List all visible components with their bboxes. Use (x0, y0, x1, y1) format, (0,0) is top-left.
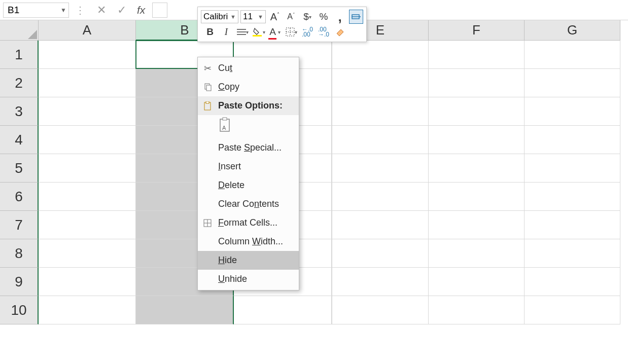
fill-color-button[interactable]: ▾ (252, 25, 266, 39)
comma-icon: , (338, 9, 341, 25)
cell[interactable] (39, 69, 136, 97)
accounting-format-button[interactable]: $▾ (300, 10, 315, 24)
cell[interactable] (332, 154, 429, 183)
check-icon: ✓ (117, 4, 126, 17)
row-header-5[interactable]: 5 (0, 154, 39, 183)
fx-label[interactable]: fx (137, 4, 145, 16)
row-header-7[interactable]: 7 (0, 211, 39, 239)
cell[interactable] (39, 154, 136, 183)
column-header-F[interactable]: F (429, 20, 525, 41)
cell[interactable] (39, 239, 136, 268)
cell[interactable] (525, 154, 620, 183)
align-button[interactable]: ▾ (235, 25, 250, 39)
cell[interactable] (39, 296, 136, 324)
context-hide[interactable]: Hide (198, 251, 299, 270)
context-format-cells[interactable]: Format Cells... (198, 213, 299, 232)
name-box-dropdown-icon[interactable]: ▼ (60, 7, 66, 14)
cell[interactable] (332, 296, 429, 324)
cells-area[interactable] (39, 41, 628, 324)
cell[interactable] (39, 126, 136, 154)
cell[interactable] (39, 97, 136, 126)
cell[interactable] (525, 69, 620, 97)
clear-format-button[interactable] (333, 25, 347, 39)
column-header-G[interactable]: G (525, 20, 620, 41)
formula-input[interactable] (152, 3, 167, 18)
cell[interactable] (429, 154, 525, 183)
cell[interactable] (429, 183, 525, 211)
cell[interactable] (332, 268, 429, 296)
cell[interactable] (525, 126, 620, 154)
cell[interactable] (332, 211, 429, 239)
cell[interactable] (136, 296, 234, 324)
cell[interactable] (525, 97, 620, 126)
cell[interactable] (39, 183, 136, 211)
comma-format-button[interactable]: , (333, 10, 347, 24)
cell[interactable] (525, 211, 620, 239)
context-clear-contents[interactable]: Clear Contents (198, 195, 299, 213)
bold-button[interactable]: B (203, 25, 217, 39)
context-delete[interactable]: Delete (198, 176, 299, 195)
context-column-width[interactable]: Column Width... (198, 232, 299, 251)
context-copy[interactable]: Copy (198, 78, 299, 96)
row-header-4[interactable]: 4 (0, 126, 39, 154)
cancel-icon: ✕ (97, 4, 106, 17)
cell[interactable] (429, 126, 525, 154)
font-name-selector[interactable]: Calibri ▼ (201, 10, 238, 23)
cell[interactable] (39, 268, 136, 296)
cancel-button[interactable]: ✕ (92, 3, 111, 18)
cell[interactable] (332, 239, 429, 268)
increase-font-button[interactable]: A˄ (268, 10, 282, 24)
row-header-10[interactable]: 10 (0, 296, 39, 324)
cell[interactable] (39, 41, 136, 69)
italic-button[interactable]: I (219, 25, 233, 39)
context-paste-button[interactable]: A (198, 115, 299, 138)
context-paste-special[interactable]: Paste Special... (198, 138, 299, 157)
cell[interactable] (429, 239, 525, 268)
row-header-8[interactable]: 8 (0, 239, 39, 268)
cell[interactable] (332, 97, 429, 126)
row-header-3[interactable]: 3 (0, 97, 39, 126)
cell[interactable] (429, 296, 525, 324)
cell[interactable] (525, 268, 620, 296)
cell[interactable] (429, 41, 525, 69)
row-header-1[interactable]: 1 (0, 41, 39, 69)
percent-format-button[interactable]: % (317, 10, 331, 24)
name-box[interactable]: B1 ▼ (3, 3, 69, 18)
borders-button[interactable]: ▾ (284, 25, 298, 39)
cell[interactable] (525, 41, 620, 69)
font-name-value: Calibri (203, 12, 228, 22)
row-header-6[interactable]: 6 (0, 183, 39, 211)
increase-decimal-button[interactable]: ←.0.00 (300, 25, 315, 39)
context-cut[interactable]: ✂ Cut (198, 59, 299, 78)
select-all-corner[interactable] (0, 20, 39, 41)
decrease-decimal-button[interactable]: .00→.0 (317, 25, 331, 39)
borders-icon (286, 27, 295, 37)
cell[interactable] (429, 268, 525, 296)
cell[interactable] (332, 126, 429, 154)
svg-marker-9 (28, 30, 37, 39)
decrease-font-button[interactable]: A˅ (284, 10, 298, 24)
cell[interactable] (234, 296, 332, 324)
cell[interactable] (429, 69, 525, 97)
cell[interactable] (429, 211, 525, 239)
row-header-9[interactable]: 9 (0, 268, 39, 296)
cell[interactable] (525, 296, 620, 324)
svg-rect-15 (223, 118, 227, 120)
cell[interactable] (525, 239, 620, 268)
format-painter-button[interactable] (349, 10, 363, 24)
cell[interactable] (332, 69, 429, 97)
enter-button[interactable]: ✓ (113, 3, 131, 18)
context-unhide[interactable]: Unhide (198, 270, 299, 288)
cell[interactable] (39, 211, 136, 239)
row-header-2[interactable]: 2 (0, 69, 39, 97)
format-cells-icon (202, 219, 213, 227)
context-insert[interactable]: Insert (198, 157, 299, 176)
dollar-icon: $ (303, 11, 309, 22)
cell[interactable] (429, 97, 525, 126)
column-header-A[interactable]: A (39, 20, 136, 41)
font-color-button[interactable]: A▾ (268, 25, 282, 39)
cell[interactable] (525, 183, 620, 211)
cell[interactable] (332, 41, 429, 69)
font-size-selector[interactable]: 11 ▼ (240, 10, 266, 23)
cell[interactable] (332, 183, 429, 211)
